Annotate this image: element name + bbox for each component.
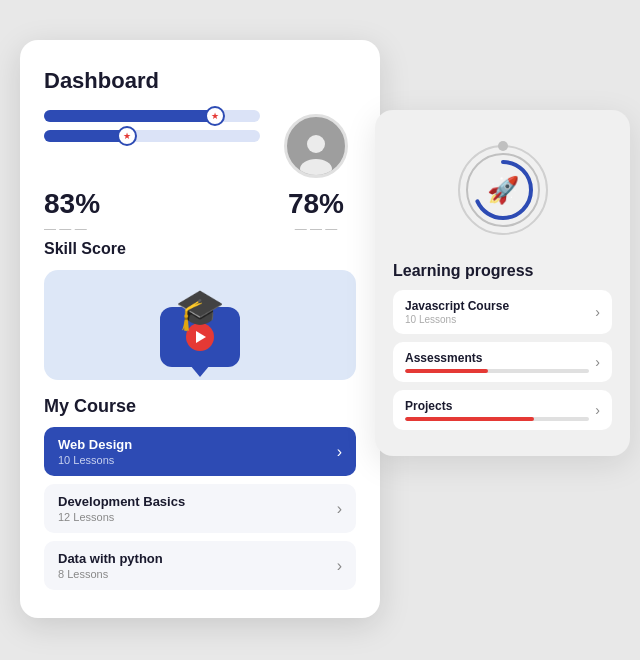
bar-track-2: ★ bbox=[44, 130, 260, 142]
right-card: 🚀 Learning progress Javascript Course 10… bbox=[375, 110, 630, 456]
progress-bar-mini-2 bbox=[405, 369, 589, 373]
chevron-icon-2: › bbox=[337, 500, 342, 518]
progress-bar-mini-3 bbox=[405, 417, 589, 421]
progress-avatar-section: ★ ★ bbox=[44, 110, 356, 178]
svg-point-0 bbox=[307, 135, 325, 153]
bar-badge-1: ★ bbox=[205, 106, 225, 126]
stat-percent-right: 78% bbox=[276, 188, 356, 220]
star-icon-1: ★ bbox=[211, 111, 219, 121]
stat-percent-left: 83% bbox=[44, 188, 276, 220]
course-item-lessons-2: 12 Lessons bbox=[58, 511, 185, 523]
svg-point-1 bbox=[300, 159, 332, 175]
star-icon-2: ★ bbox=[123, 131, 131, 141]
bar-row-1: ★ bbox=[44, 110, 260, 122]
progress-bar-fill-3 bbox=[405, 417, 534, 421]
graduation-cap-icon: 🎓 bbox=[175, 286, 225, 333]
rocket-icon: 🚀 bbox=[487, 175, 519, 206]
course-item-lessons-3: 8 Lessons bbox=[58, 568, 163, 580]
bars-column: ★ ★ bbox=[44, 110, 260, 178]
skill-score-label: Skill Score bbox=[44, 240, 356, 258]
progress-item-content-3: Projects bbox=[405, 399, 589, 421]
circular-progress: 🚀 bbox=[453, 140, 553, 240]
dashboard-title: Dashboard bbox=[44, 68, 356, 94]
progress-item-projects[interactable]: Projects › bbox=[393, 390, 612, 430]
progress-item-javascript[interactable]: Javascript Course 10 Lessons › bbox=[393, 290, 612, 334]
avatar bbox=[284, 114, 348, 178]
chevron-icon-1: › bbox=[337, 443, 342, 461]
main-card: Dashboard ★ ★ bbox=[20, 40, 380, 618]
course-item-development-basics[interactable]: Development Basics 12 Lessons › bbox=[44, 484, 356, 533]
chevron-icon-3: › bbox=[337, 557, 342, 575]
progress-item-name-3: Projects bbox=[405, 399, 589, 413]
course-item-name-2: Development Basics bbox=[58, 494, 185, 509]
progress-chevron-2: › bbox=[595, 354, 600, 370]
stat-label-gray-1: — — — bbox=[44, 222, 276, 236]
stat-block-left: 83% — — — bbox=[44, 188, 276, 236]
progress-chevron-3: › bbox=[595, 402, 600, 418]
stat-label-gray-2: — — — bbox=[276, 222, 356, 236]
course-item-info-3: Data with python 8 Lessons bbox=[58, 551, 163, 580]
scene: Dashboard ★ ★ bbox=[10, 20, 630, 640]
progress-item-name-1: Javascript Course bbox=[405, 299, 589, 313]
progress-item-assessments[interactable]: Assessments › bbox=[393, 342, 612, 382]
bar-row-2: ★ bbox=[44, 130, 260, 142]
stats-row: 83% — — — 78% — — — bbox=[44, 188, 356, 236]
course-item-info-2: Development Basics 12 Lessons bbox=[58, 494, 185, 523]
course-item-lessons-1: 10 Lessons bbox=[58, 454, 132, 466]
avatar-column bbox=[276, 110, 356, 178]
bar-fill-1 bbox=[44, 110, 217, 122]
stat-block-right: 78% — — — bbox=[276, 188, 356, 236]
progress-bar-fill-2 bbox=[405, 369, 488, 373]
course-item-info: Web Design 10 Lessons bbox=[58, 437, 132, 466]
course-item-name-3: Data with python bbox=[58, 551, 163, 566]
course-banner: 🎓 bbox=[44, 270, 356, 380]
bar-badge-2: ★ bbox=[117, 126, 137, 146]
learning-progress-title: Learning progress bbox=[393, 262, 612, 280]
svg-point-5 bbox=[498, 141, 508, 151]
progress-item-content-1: Javascript Course 10 Lessons bbox=[405, 299, 589, 325]
progress-chevron-1: › bbox=[595, 304, 600, 320]
progress-item-name-2: Assessments bbox=[405, 351, 589, 365]
course-item-web-design[interactable]: Web Design 10 Lessons › bbox=[44, 427, 356, 476]
avatar-svg bbox=[298, 131, 334, 175]
bar-track-1: ★ bbox=[44, 110, 260, 122]
progress-item-sub-1: 10 Lessons bbox=[405, 314, 589, 325]
course-item-name-1: Web Design bbox=[58, 437, 132, 452]
course-item-data-python[interactable]: Data with python 8 Lessons › bbox=[44, 541, 356, 590]
progress-item-content-2: Assessments bbox=[405, 351, 589, 373]
circular-progress-container: 🚀 bbox=[393, 130, 612, 250]
my-course-title: My Course bbox=[44, 396, 356, 417]
